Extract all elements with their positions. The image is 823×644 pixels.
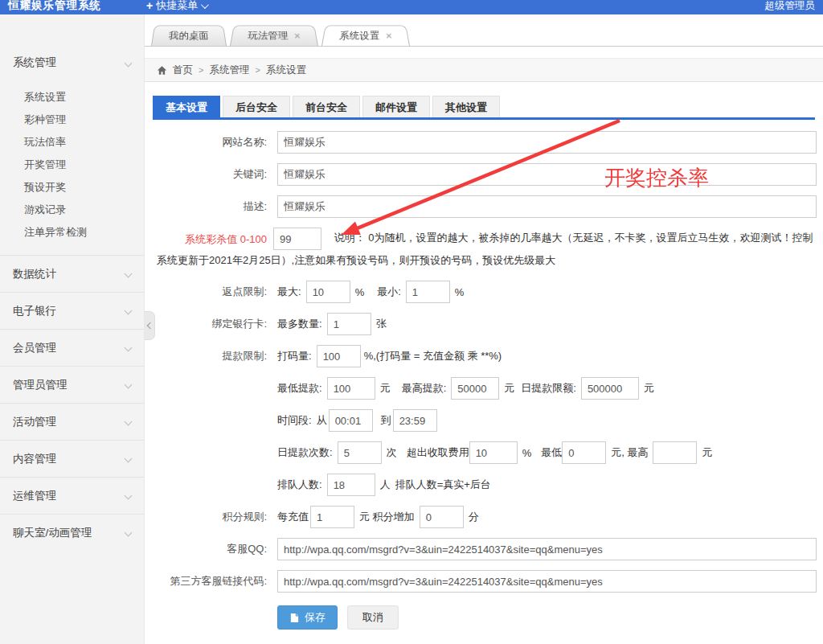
sidebar-item-game-records[interactable]: 游戏记录 [0,199,144,221]
breadcrumb-current: 系统设置 [266,64,306,77]
current-user[interactable]: 超级管理员 [765,0,816,13]
withdraw-limit-label: 提款限制: [153,349,273,363]
chevron-down-icon [125,270,133,278]
cancel-button[interactable]: 取消 [347,605,399,630]
bank-card-label: 绑定银行卡: [153,317,273,331]
basic-settings-form: 网站名称: 关键词: 描述: 系统彩杀值 0-100 说明： 0为随机，设置的越… [153,131,815,630]
over-fee-input[interactable] [469,441,518,464]
sidebar-item-bet-anomaly[interactable]: 注单异常检测 [0,221,144,244]
sidebar-group-content[interactable]: 内容管理 [0,440,144,477]
quick-menu-button[interactable]: + 快捷菜单 [146,0,207,13]
main-content: 我的桌面 玩法管理 × 系统设置 × 首页 > 系统管理 > 系统设置 基本设置 [145,14,823,644]
topbar: 恒耀娱乐管理系统 + 快捷菜单 超级管理员 [0,0,823,14]
dama-input[interactable] [317,345,361,367]
chevron-down-icon [125,381,133,389]
tab-other-settings[interactable]: 其他设置 [432,96,500,117]
chevron-down-icon [125,59,133,67]
site-name-row: 网站名称: [153,131,815,154]
bank-card-row: 绑定银行卡: 最多数量: 张 [153,313,815,335]
settings-panel: 基本设置 后台安全 前台安全 邮件设置 其他设置 网站名称: 关键词: 描述: [145,82,823,630]
time-range-row: 时间段: 从 到 [153,409,815,432]
tab-system-settings[interactable]: 系统设置 × [321,25,410,46]
queue-row: 排队人数: 人 排队人数=真实+后台 [153,474,815,496]
keywords-label: 关键词: [153,167,273,182]
sidebar-item-lottery-manage[interactable]: 彩种管理 [0,109,144,131]
tab-play-manage[interactable]: 玩法管理 × [230,25,318,46]
sidebar-group-admins[interactable]: 管理员管理 [0,366,144,403]
keywords-input[interactable] [277,163,817,186]
rebate-min-input[interactable] [406,281,450,303]
save-file-icon [289,613,300,623]
actions-row: 保存 取消 [153,602,815,630]
save-button[interactable]: 保存 [277,605,338,630]
sidebar-group-data-stats[interactable]: 数据统计 [0,255,144,292]
sidebar-group-label: 系统管理 [13,55,125,70]
time-range-label: 时间段: [277,413,312,428]
chevron-down-icon [125,344,133,352]
queue-label: 排队人数: [277,478,322,492]
sidebar-group-chatroom[interactable]: 聊天室/动画管理 [0,514,144,551]
description-row: 描述: [153,195,815,218]
sidebar-group-ops[interactable]: 运维管理 [0,477,144,514]
tab-backend-security[interactable]: 后台安全 [223,96,290,117]
withdraw-daily-input[interactable] [581,377,639,400]
bank-card-qty-input[interactable] [327,313,371,335]
withdraw-limit-row: 提款限制: 打码量: %,(打码量 = 充值金额 乘 **%) [153,345,815,367]
sidebar-group-members[interactable]: 会员管理 [0,329,144,366]
withdraw-max-input[interactable] [451,377,499,400]
fee-max-input[interactable] [653,441,697,464]
breadcrumb-home[interactable]: 首页 [173,64,193,77]
sidebar-group-system[interactable]: 系统管理 [0,44,144,81]
sidebar-item-play-rate[interactable]: 玩法倍率 [0,131,144,154]
fee-min-input[interactable] [562,441,606,464]
points-recharge-input[interactable] [310,506,354,528]
site-name-input[interactable] [277,131,817,154]
tab-basic-settings[interactable]: 基本设置 [153,96,220,117]
sidebar-group-e-bank[interactable]: 电子银行 [0,292,144,329]
sidebar-item-preset-draw[interactable]: 预设开奖 [0,176,144,199]
tab-mail-settings[interactable]: 邮件设置 [362,96,430,117]
plus-icon: + [146,0,153,12]
window-tabbar: 我的桌面 玩法管理 × 系统设置 × [145,14,823,47]
points-add-input[interactable] [420,506,464,528]
breadcrumb-separator: > [255,65,260,75]
close-icon[interactable]: × [386,31,393,41]
app-title: 恒耀娱乐管理系统 [8,0,101,13]
site-name-label: 网站名称: [153,135,273,150]
sidebar-submenu: 系统设置 彩种管理 玩法倍率 开奖管理 预设开奖 游戏记录 注单异常检测 [0,81,144,255]
breadcrumb-separator: > [199,65,203,75]
third-party-row: 第三方客服链接代码: [153,570,815,593]
chevron-down-icon [125,455,133,463]
time-from-input[interactable] [329,409,373,432]
sidebar-item-draw-manage[interactable]: 开奖管理 [0,154,144,176]
description-input[interactable] [277,195,817,218]
service-qq-input[interactable] [277,538,817,560]
chevron-down-icon [201,1,209,9]
sidebar-item-system-settings[interactable]: 系统设置 [0,86,144,109]
service-qq-label: 客服QQ: [153,542,273,556]
time-to-input[interactable] [393,409,437,432]
rebate-max-input[interactable] [306,281,350,303]
sidebar-collapse-handle[interactable] [145,311,155,340]
tab-my-desktop[interactable]: 我的桌面 [151,25,227,46]
sidebar-group-activities[interactable]: 活动管理 [0,403,144,440]
rebate-label: 返点限制: [153,285,273,299]
keywords-row: 关键词: [153,163,815,186]
withdraw-amount-row: 最低提款: 元 最高提款: 元 日提款限额: 元 [153,377,815,400]
withdraw-min-input[interactable] [327,377,375,400]
withdraw-times-row: 日提款次数: 次 超出收取费用 % 最低 元, 最高 元 [153,441,815,464]
home-icon [157,65,167,76]
chevron-left-icon [147,322,154,329]
sidebar: 系统管理 系统设置 彩种管理 玩法倍率 开奖管理 预设开奖 游戏记录 注单异常检… [0,14,145,644]
withdraw-times-input[interactable] [338,441,382,464]
kill-rate-label: 系统彩杀值 0-100 [153,232,273,247]
breadcrumb-system-manage[interactable]: 系统管理 [209,64,249,77]
close-icon[interactable]: × [293,31,301,41]
tab-frontend-security[interactable]: 前台安全 [293,96,360,117]
queue-input[interactable] [327,474,375,496]
points-label: 积分规则: [153,510,273,524]
description-label: 描述: [153,199,273,214]
third-party-input[interactable] [277,570,817,593]
kill-rate-input[interactable] [273,228,321,250]
points-row: 积分规则: 每充值 元 积分增加 分 [153,506,815,528]
